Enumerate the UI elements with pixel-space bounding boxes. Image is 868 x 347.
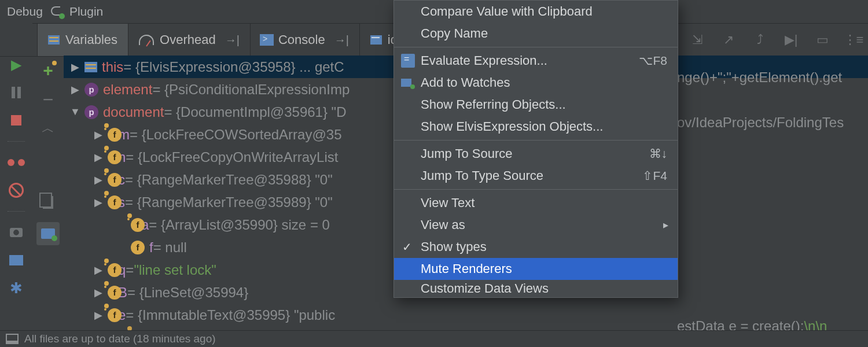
menu-jump-to-type-source[interactable]: Jump To Type Source ⇧F4	[394, 165, 678, 187]
var-value: = {ElvisExpression@35958} ... getC	[123, 59, 344, 75]
drop-frame-icon[interactable]: ⤴	[752, 32, 767, 47]
expand-icon[interactable]: ▶	[68, 61, 82, 73]
field-icon: f	[108, 173, 122, 187]
tab-label: Variables	[65, 32, 117, 47]
menu-customize-data-views[interactable]: Customize Data Views	[394, 280, 678, 297]
var-value: = {DocumentImpl@35961} "D	[164, 104, 346, 120]
var-value: = null	[153, 239, 187, 256]
new-watch-button[interactable]: +	[39, 61, 57, 80]
move-up-button[interactable]: ︿	[39, 119, 57, 138]
field-icon: f	[108, 308, 122, 322]
plugin-label: Plugin	[69, 5, 103, 19]
field-icon: f	[108, 150, 122, 164]
var-value: = {PsiConditionalExpressionImp	[152, 82, 350, 98]
more-icon[interactable]: ⋮≡	[846, 32, 861, 47]
var-value: = {ArrayList@35990} size = 0	[149, 217, 330, 233]
menu-view-as[interactable]: View as	[394, 214, 678, 236]
overhead-icon	[139, 35, 154, 45]
field-icon: f	[131, 241, 145, 254]
this-icon	[84, 62, 97, 72]
force-step-into-icon[interactable]: ⇲	[690, 32, 705, 47]
expand-icon[interactable]: ▶	[91, 151, 105, 164]
menu-show-types[interactable]: Show types	[394, 236, 678, 258]
expand-icon[interactable]: ▶	[91, 128, 105, 141]
var-value: = {LockFreeCOWSortedArray@35	[130, 127, 342, 143]
tab-arrow-icon: →|	[225, 34, 240, 47]
view-breakpoints-button[interactable]	[7, 153, 25, 172]
menu-show-elvis-objects[interactable]: Show ElvisExpression Objects...	[394, 116, 678, 138]
tab-label: Overhead	[160, 32, 216, 47]
overflow-this: nge()+";"+getElement().get	[677, 69, 842, 86]
watches-toolbar: + − ︿	[32, 56, 64, 347]
expand-icon[interactable]: ▶	[91, 196, 105, 209]
resume-button[interactable]: ▶	[7, 56, 25, 74]
shortcut: ⌥F8	[639, 54, 667, 68]
overflow-document: ov/IdeaProjects/FoldingTes	[677, 115, 844, 131]
field-icon: f	[131, 218, 145, 232]
debug-toolbar: ▶ ▶ ✱	[0, 23, 33, 347]
evaluate-icon[interactable]: ▭	[815, 32, 830, 47]
field-icon: f	[108, 286, 122, 300]
watches-icon	[401, 79, 411, 87]
field-icon: f	[108, 128, 122, 142]
run-to-cursor-icon[interactable]: ▶|	[784, 32, 799, 47]
layout-button[interactable]	[7, 251, 25, 270]
var-eq: =	[126, 262, 134, 278]
menu-show-referring[interactable]: Show Referring Objects...	[394, 94, 678, 116]
mute-breakpoints-button[interactable]	[7, 181, 25, 200]
param-icon: p	[84, 105, 98, 119]
expand-icon[interactable]: ▶	[91, 174, 105, 186]
tab-overhead[interactable]: Overhead →|	[128, 24, 250, 56]
plugin-icon	[51, 5, 64, 18]
menu-jump-to-source[interactable]: Jump To Source ⌘↓	[394, 143, 678, 165]
console-icon	[261, 35, 273, 45]
tab-arrow-icon: →|	[334, 34, 349, 47]
expand-icon[interactable]: ▶	[68, 83, 82, 96]
runwindow-icon	[370, 35, 382, 45]
menu-add-to-watches[interactable]: Add to Watches	[394, 72, 678, 94]
param-icon: p	[84, 83, 98, 97]
tab-console[interactable]: Console →|	[250, 24, 359, 56]
field-icon: f	[108, 263, 122, 277]
var-value: = {RangeMarkerTree@35988} "0"	[125, 172, 333, 188]
expand-icon[interactable]: ▶	[91, 286, 105, 299]
var-value: = {LockFreeCopyOnWriteArrayList	[126, 149, 338, 165]
thread-dump-button[interactable]	[7, 223, 25, 242]
collapse-icon[interactable]: ▼	[68, 106, 82, 118]
menu-mute-renderers[interactable]: Mute Renderers	[394, 258, 678, 280]
remove-watch-button[interactable]: −	[39, 90, 57, 109]
var-value: "line set lock"	[134, 262, 216, 278]
calculator-icon	[401, 54, 415, 68]
var-value: = {LineSet@35994}	[127, 285, 248, 301]
shortcut: ⇧F4	[642, 169, 667, 183]
expand-icon[interactable]: ▶	[91, 309, 105, 322]
duplicate-button[interactable]	[39, 193, 57, 212]
settings-button[interactable]: ✱	[7, 279, 25, 297]
var-value: = {RangeMarkerTree@35989} "0"	[125, 194, 333, 211]
field-icon: f	[108, 195, 122, 209]
status-text: All files are up to date (18 minutes ago…	[24, 333, 216, 345]
pause-button[interactable]	[7, 83, 25, 102]
menu-copy-name[interactable]: Copy Name	[394, 23, 678, 45]
status-bar: All files are up to date (18 minutes ago…	[0, 330, 868, 347]
menu-compare-clipboard[interactable]: Compare Value with Clipboard	[394, 1, 678, 23]
menu-evaluate-expression[interactable]: Evaluate Expression... ⌥F8	[394, 50, 678, 72]
tab-label: Console	[278, 32, 325, 47]
var-value: = {ImmutableText@35995} "public	[126, 307, 335, 323]
debug-label: Debug	[7, 5, 43, 19]
shortcut: ⌘↓	[649, 147, 668, 161]
menu-view-text[interactable]: View Text	[394, 192, 678, 214]
expand-icon[interactable]: ▶	[91, 264, 105, 276]
step-out-icon[interactable]: ↗	[721, 32, 736, 47]
variables-icon	[48, 35, 60, 45]
status-icon	[7, 335, 17, 343]
var-name: element	[103, 82, 152, 98]
var-name: f	[149, 239, 153, 256]
show-watches-button[interactable]	[36, 222, 60, 245]
stop-button[interactable]	[7, 111, 25, 130]
var-name: document	[103, 104, 164, 120]
var-name: this	[102, 59, 123, 75]
context-menu: Compare Value with Clipboard Copy Name E…	[393, 0, 678, 298]
tab-variables[interactable]: Variables	[37, 24, 128, 56]
